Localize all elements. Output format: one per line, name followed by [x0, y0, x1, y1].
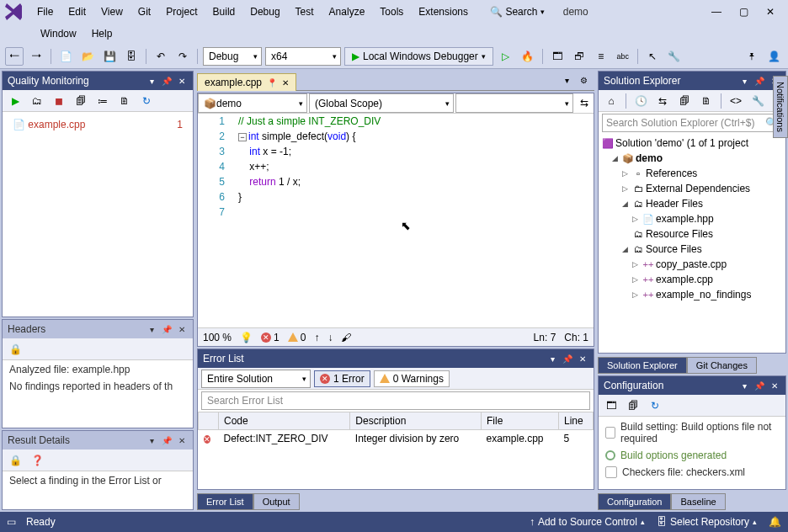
col-desc[interactable]: Description [350, 412, 482, 430]
pin-icon[interactable]: 📍 [267, 78, 277, 88]
brush-icon[interactable]: 🖌 [341, 332, 351, 343]
sol-search[interactable]: Search Solution Explorer (Ctrl+$) 🔍 [602, 114, 782, 132]
sol-copy-icon[interactable]: 🗐 [675, 92, 694, 110]
redo-button[interactable]: ↷ [173, 47, 192, 66]
cfg-row-options[interactable]: Build options generated [600, 447, 784, 464]
editor-member-combo[interactable] [455, 93, 573, 113]
qm-play-button[interactable]: ▶ [6, 92, 24, 110]
maximize-button[interactable]: ▢ [731, 3, 756, 20]
code-area[interactable]: 1234567 // Just a simple INT_ZERO_DIV −i… [198, 114, 594, 327]
tb-icon-3[interactable]: ≡ [592, 47, 610, 66]
tb-icon-wrench[interactable]: 🔧 [665, 47, 684, 66]
close-button[interactable]: ✕ [758, 3, 783, 20]
expander-icon[interactable]: ▷ [632, 260, 641, 269]
tree-hdr[interactable]: ◢🗂Header Files [602, 196, 782, 211]
down-arrow-icon[interactable]: ↓ [327, 332, 333, 343]
outline-toggle-icon[interactable]: − [238, 133, 247, 141]
menu-test[interactable]: Test [289, 3, 321, 21]
undo-button[interactable]: ↶ [152, 47, 170, 66]
qm-icon-4[interactable]: 🗎 [115, 92, 134, 110]
hot-reload-button[interactable]: 🔥 [519, 47, 537, 66]
qm-icon-2[interactable]: 🗐 [72, 92, 90, 110]
col-code[interactable]: Code [219, 412, 350, 430]
menu-build[interactable]: Build [206, 3, 242, 21]
menu-tools[interactable]: Tools [373, 3, 410, 21]
col-line[interactable]: Line [558, 412, 593, 430]
up-arrow-icon[interactable]: ↑ [314, 332, 319, 343]
qm-pin-button[interactable]: 📌 [161, 75, 173, 87]
tab-error-list[interactable]: Error List [197, 493, 253, 510]
cfg-icon-2[interactable]: 🗐 [624, 396, 642, 415]
menu-extensions[interactable]: Extensions [412, 3, 475, 21]
errlist-search[interactable]: Search Error List [201, 391, 590, 410]
tree-solution[interactable]: 🟪Solution 'demo' (1 of 1 project [602, 136, 782, 151]
result-lock-icon[interactable]: 🔒 [6, 451, 24, 470]
errlist-close-button[interactable]: ✕ [577, 353, 588, 364]
nav-fwd-button[interactable]: ⭢ [27, 47, 45, 66]
tb-icon-cursor[interactable]: ↖ [643, 47, 662, 66]
menu-git[interactable]: Git [131, 3, 157, 21]
result-dropdown-button[interactable]: ▾ [146, 434, 157, 446]
sol-history-icon[interactable]: 🕓 [631, 92, 650, 110]
col-icon[interactable] [199, 412, 219, 430]
sol-pin-button[interactable]: 📌 [753, 75, 765, 87]
menu-file[interactable]: File [30, 3, 60, 21]
tb-icon-1[interactable]: 🗔 [548, 47, 567, 66]
tree-ex[interactable]: ▷++example.cpp [602, 272, 782, 287]
sol-home-icon[interactable]: ⌂ [602, 92, 620, 110]
tab-output[interactable]: Output [253, 493, 300, 510]
sol-wrench-icon[interactable]: 🔧 [748, 92, 767, 110]
search-box[interactable]: 🔍 Search ▾ [483, 4, 551, 19]
tree-src[interactable]: ◢🗂Source Files [602, 242, 782, 257]
run-debugger-button[interactable]: ▶Local Windows Debugger▾ [344, 47, 493, 66]
cfg-refresh-icon[interactable]: ↻ [646, 396, 664, 415]
share-button[interactable]: 🖈 [743, 47, 761, 66]
qm-stop-button[interactable]: ◼ [50, 92, 68, 110]
editor-tab-example[interactable]: example.cpp 📍 ✕ [197, 73, 296, 91]
tb-icon-2[interactable]: 🗗 [570, 47, 588, 66]
tab-close-icon[interactable]: ✕ [282, 78, 289, 88]
tab-configuration[interactable]: Configuration [598, 493, 671, 510]
editor-project-combo[interactable]: 📦 demo [198, 93, 307, 113]
bell-icon[interactable]: 🔔 [769, 516, 781, 528]
open-button[interactable]: 📂 [78, 47, 97, 66]
qm-close-button[interactable]: ✕ [176, 75, 188, 87]
add-source-control[interactable]: ↑Add to Source Control▴ [530, 516, 645, 528]
editor-split-button[interactable]: ⇆ [575, 93, 594, 112]
expander-icon[interactable]: ▷ [632, 215, 641, 223]
sol-doc-icon[interactable]: 🗎 [697, 92, 716, 110]
tab-git-changes[interactable]: Git Changes [687, 357, 757, 374]
tree-cp[interactable]: ▷++copy_paste.cpp [602, 257, 782, 272]
menu-view[interactable]: View [94, 3, 130, 21]
save-all-button[interactable]: 🗄 [122, 47, 141, 66]
expander-icon[interactable]: ▷ [622, 169, 631, 178]
headers-lock-icon[interactable]: 🔒 [6, 340, 24, 359]
output-icon[interactable]: ▭ [7, 516, 16, 528]
new-item-button[interactable]: 📄 [56, 47, 75, 66]
expander-icon[interactable]: ▷ [622, 184, 631, 193]
headers-dropdown-button[interactable]: ▾ [146, 323, 157, 335]
nav-back-button[interactable]: ⭠ [5, 47, 24, 66]
menu-window[interactable]: Window [34, 24, 83, 43]
expander-icon[interactable]: ◢ [622, 245, 631, 253]
cfg-row-checkers[interactable]: Checkers file: checkers.xml [600, 464, 784, 481]
platform-combo[interactable]: x64 [265, 47, 341, 66]
expander-icon[interactable]: ◢ [622, 200, 631, 208]
errlist-scope-combo[interactable]: Entire Solution [201, 370, 311, 388]
col-file[interactable]: File [481, 412, 558, 430]
menu-analyze[interactable]: Analyze [322, 3, 372, 21]
account-button[interactable]: 👤 [764, 47, 783, 66]
tree-project[interactable]: ◢📦demo [602, 151, 782, 166]
tree-hpp[interactable]: ▷📄example.hpp [602, 211, 782, 226]
cfg-icon-1[interactable]: 🗔 [602, 396, 620, 415]
cfg-pin-button[interactable]: 📌 [753, 380, 765, 391]
qm-refresh-button[interactable]: ↻ [137, 92, 156, 110]
cfg-close-button[interactable]: ✕ [769, 380, 780, 391]
config-combo[interactable]: Debug [203, 47, 262, 66]
tab-baseline[interactable]: Baseline [671, 493, 725, 510]
tb-icon-abc[interactable]: abc [614, 47, 632, 66]
qm-icon-1[interactable]: 🗂 [28, 92, 46, 110]
menu-debug[interactable]: Debug [243, 3, 286, 21]
sol-dropdown-button[interactable]: ▾ [738, 75, 750, 87]
errlist-dropdown-button[interactable]: ▾ [546, 353, 558, 364]
